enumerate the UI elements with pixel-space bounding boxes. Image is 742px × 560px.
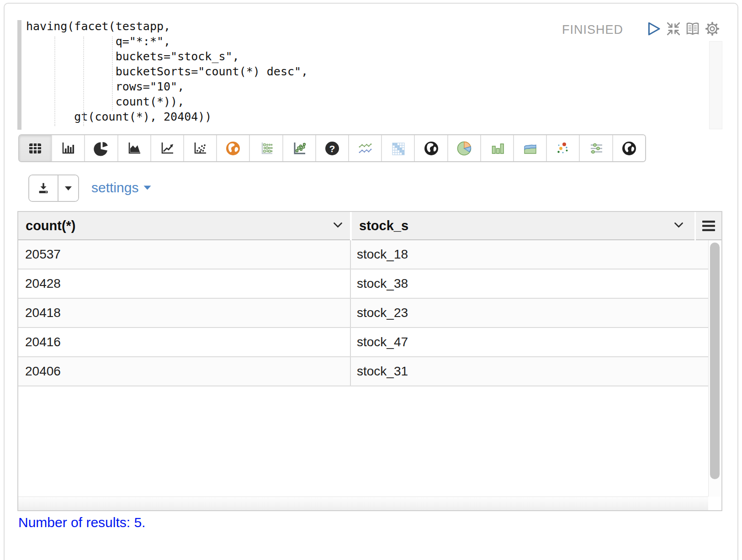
indent-guide: [112, 37, 113, 111]
viz-tab-bubble-grid[interactable]: [249, 135, 282, 161]
table-scrollbar-track[interactable]: [708, 240, 721, 497]
viz-tab-spark-lines[interactable]: [348, 135, 381, 161]
bubble-chart-icon: [292, 141, 307, 156]
result-table: count(*) stock_s 20537stock_1820428stock…: [17, 211, 722, 511]
shrink-paragraph-button[interactable]: [666, 21, 681, 37]
settings-label: settings: [91, 180, 138, 195]
indent-guide: [54, 37, 55, 126]
hamburger-menu-icon: [702, 221, 715, 231]
scatter-colored-icon: [555, 141, 571, 156]
column-header-count[interactable]: count(*): [18, 212, 350, 240]
table-icon: [27, 141, 43, 156]
table-scrollbar-thumb[interactable]: [710, 243, 720, 479]
table-row: 20418stock_23: [18, 299, 708, 328]
viz-tab-bar-chart[interactable]: [51, 135, 84, 161]
range-sliders-icon: [588, 141, 604, 156]
indent-guide: [83, 37, 84, 126]
paragraph-settings-gear-icon: [705, 21, 720, 37]
download-icon: [37, 181, 50, 195]
viz-tab-globe[interactable]: [414, 135, 447, 161]
viz-tab-help[interactable]: ?: [315, 135, 348, 161]
viz-tab-bar-green[interactable]: [480, 135, 513, 161]
code-editor-content[interactable]: having(facet(testapp, q="*:*", buckets="…: [26, 19, 308, 124]
download-split-button: [28, 174, 79, 202]
table-body-rows: 20537stock_1820428stock_3820418stock_232…: [18, 240, 721, 386]
viz-tab-area-chart[interactable]: [117, 135, 150, 161]
globe-dark-icon: [424, 141, 439, 156]
column-menu-button[interactable]: [333, 222, 343, 230]
viz-tab-map[interactable]: [216, 135, 249, 161]
cell-count: 20406: [18, 357, 351, 386]
line-chart-icon: [159, 141, 175, 156]
table-body: 20537stock_1820428stock_3820418stock_232…: [18, 240, 721, 497]
bar-chart-icon: [60, 141, 76, 156]
viz-tab-bubble-chart[interactable]: [282, 135, 315, 161]
cell-stock: stock_23: [351, 299, 708, 327]
table-row: 20428stock_38: [18, 269, 708, 299]
editor-scrollbar-track[interactable]: [709, 41, 722, 129]
pie-chart-icon: [94, 141, 109, 156]
chevron-down-icon: [674, 222, 684, 228]
show-editor-button[interactable]: [685, 21, 700, 37]
viz-tab-scatter-colored[interactable]: [546, 135, 579, 161]
viz-tab-pie-chart[interactable]: [84, 135, 117, 161]
cell-stock: stock_31: [351, 357, 708, 386]
cell-stock: stock_18: [351, 240, 708, 269]
cell-count: 20428: [18, 269, 351, 298]
cell-stock: stock_47: [351, 328, 708, 356]
viz-tab-scatter-chart[interactable]: [183, 135, 216, 161]
bar-chart-green-icon: [489, 141, 505, 156]
heatmap-icon: [390, 141, 406, 156]
viz-tab-range-sliders[interactable]: [579, 135, 612, 161]
caret-down-icon: [64, 186, 72, 191]
stacked-area-chart-icon: [522, 141, 538, 156]
chevron-down-icon: [333, 222, 343, 228]
paragraph-status: FINISHED: [562, 23, 623, 37]
column-header-label: count(*): [26, 218, 76, 233]
pie-chart-colored-icon: [456, 141, 472, 156]
shrink-paragraph-icon: [666, 21, 681, 37]
viz-tab-line-chart[interactable]: [150, 135, 183, 161]
viz-tab-heatmap[interactable]: [381, 135, 414, 161]
map-globe-orange-icon: [225, 141, 241, 156]
download-button[interactable]: [29, 175, 58, 201]
download-options-button[interactable]: [58, 175, 78, 201]
scatter-chart-icon: [192, 141, 208, 156]
editor-gutter: [17, 20, 21, 130]
run-icon: [646, 21, 662, 37]
column-header-label: stock_s: [359, 218, 408, 233]
settings-link[interactable]: settings: [91, 180, 151, 196]
run-button[interactable]: [646, 21, 662, 37]
column-menu-button[interactable]: [674, 222, 684, 230]
table-row: 20537stock_18: [18, 240, 708, 269]
table-horizontal-scroll-track[interactable]: [18, 497, 708, 510]
viz-tab-table[interactable]: [19, 135, 51, 161]
visualization-toolbar: ?: [18, 134, 646, 162]
area-chart-icon: [127, 141, 142, 156]
viz-tab-pie-colored[interactable]: [447, 135, 480, 161]
grid-menu-button[interactable]: [696, 212, 721, 240]
result-count-note: Number of results: 5.: [18, 515, 145, 530]
cell-count: 20416: [18, 328, 351, 356]
viz-tab-stacked-area[interactable]: [513, 135, 546, 161]
viz-tab-globe-2[interactable]: [612, 135, 645, 161]
table-row: 20406stock_31: [18, 357, 708, 386]
cell-stock: stock_38: [351, 269, 708, 298]
table-header-row: count(*) stock_s: [18, 212, 721, 240]
globe-dark-icon: [621, 141, 637, 156]
help-icon: ?: [324, 141, 340, 156]
svg-text:?: ?: [329, 143, 335, 153]
show-editor-book-icon: [685, 21, 700, 37]
cell-count: 20418: [18, 299, 351, 327]
bubble-grid-icon: [259, 141, 274, 156]
paragraph-settings-button[interactable]: [705, 21, 720, 37]
caret-down-icon: [143, 185, 151, 190]
column-header-stock[interactable]: stock_s: [352, 212, 694, 240]
cell-count: 20537: [18, 240, 351, 269]
table-row: 20416stock_47: [18, 328, 708, 357]
spark-lines-icon: [357, 141, 373, 156]
